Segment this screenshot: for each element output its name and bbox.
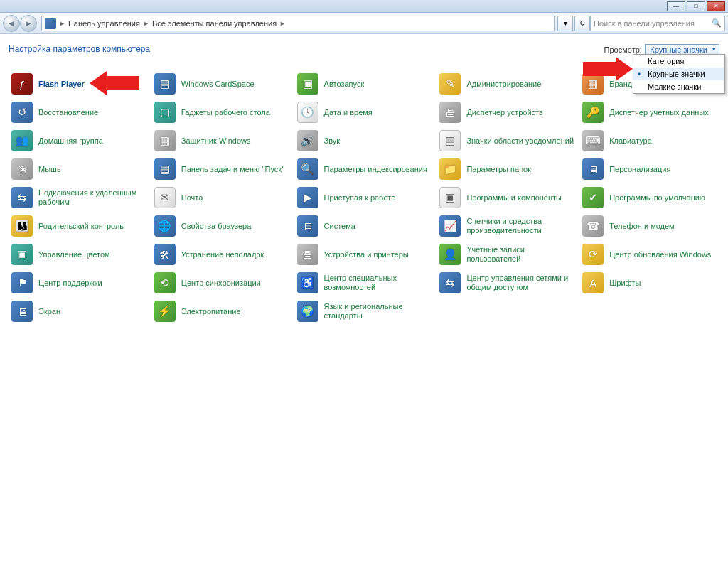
item-label: Параметры папок	[466, 165, 531, 174]
control-panel-item[interactable]: ⟲Центр синхронизации	[151, 269, 291, 297]
item-icon: 👪	[11, 215, 33, 237]
item-icon: ⚑	[11, 272, 33, 293]
control-panel-item[interactable]: 🖥Система	[294, 212, 434, 240]
control-panel-item[interactable]: 🌐Свойства браузера	[151, 212, 291, 240]
control-panel-item[interactable]: 🔑Диспетчер учетных данных	[579, 98, 719, 126]
item-icon: 🔍	[297, 158, 318, 180]
item-icon: ▤	[154, 73, 176, 95]
item-icon: ⇆	[439, 272, 461, 293]
control-panel-grid: ƒFlash Player▤Windows CardSpace▣Автозапу…	[9, 70, 719, 325]
control-panel-item[interactable]: ↺Восстановление	[9, 98, 149, 126]
annotation-arrow-left	[90, 71, 139, 95]
address-dropdown-button[interactable]: ▾	[557, 16, 573, 31]
breadcrumb-control-panel[interactable]: Панель управления	[68, 19, 140, 28]
item-icon: A	[582, 272, 604, 293]
annotation-arrow-right	[583, 57, 633, 81]
control-panel-item[interactable]: 🖶Диспетчер устройств	[437, 98, 577, 126]
item-icon: ♿	[297, 272, 318, 293]
item-label: Диспетчер устройств	[466, 108, 543, 117]
item-label: Подключения к удаленным рабочим	[38, 188, 146, 206]
page-title: Настройка параметров компьютера	[9, 44, 150, 54]
item-label: Устранение неполадок	[181, 250, 264, 259]
breadcrumb-separator: ►	[143, 20, 149, 27]
control-panel-item[interactable]: 🖥Персонализация	[579, 155, 719, 183]
control-panel-item[interactable]: 🔊Звук	[294, 126, 434, 155]
item-label: Шрифты	[609, 279, 641, 288]
window-titlebar: — □ ✕	[0, 0, 728, 13]
search-icon: 🔍	[712, 18, 722, 28]
breadcrumb-all-items[interactable]: Все элементы панели управления	[152, 19, 277, 28]
item-icon: 🖥	[297, 215, 318, 237]
control-panel-item[interactable]: 📈Счетчики и средства производительности	[437, 212, 577, 240]
control-panel-item[interactable]: 🖱Мышь	[9, 155, 149, 183]
item-icon: 🕓	[297, 102, 318, 123]
control-panel-item[interactable]: ⚡Электропитание	[151, 297, 291, 325]
control-panel-item[interactable]: ☎Телефон и модем	[579, 212, 719, 240]
control-panel-item[interactable]: ⌨Клавиатура	[579, 126, 719, 155]
control-panel-item[interactable]: ✎Администрирование	[437, 70, 577, 98]
forward-button[interactable]: ►	[20, 15, 37, 32]
item-label: Счетчики и средства производительности	[466, 217, 574, 235]
item-label: Администрирование	[466, 80, 541, 89]
control-panel-item[interactable]: ▣Автозапуск	[294, 70, 434, 98]
view-option-category[interactable]: Категория	[633, 55, 724, 68]
item-label: Телефон и модем	[609, 222, 674, 231]
item-label: Защитник Windows	[181, 136, 251, 146]
item-icon: 🔑	[582, 102, 604, 123]
control-panel-item[interactable]: ▶Приступая к работе	[294, 183, 434, 212]
control-panel-item[interactable]: 🛠Устранение неполадок	[151, 240, 291, 269]
item-icon: ▤	[154, 158, 176, 180]
control-panel-item[interactable]: 🔍Параметры индексирования	[294, 155, 434, 183]
maximize-button[interactable]: □	[687, 1, 705, 11]
item-icon: 🌍	[297, 301, 318, 322]
item-label: Устройства и принтеры	[324, 250, 409, 259]
control-panel-item[interactable]: AШрифты	[579, 269, 719, 297]
item-icon: 🖱	[11, 158, 33, 180]
close-button[interactable]: ✕	[707, 1, 725, 11]
minimize-button[interactable]: —	[667, 1, 685, 11]
control-panel-item[interactable]: 🖶Устройства и принтеры	[294, 240, 434, 269]
control-panel-item[interactable]: ▤Значки области уведомлений	[437, 126, 577, 155]
control-panel-icon	[45, 18, 56, 29]
breadcrumb-separator: ►	[279, 20, 286, 27]
control-panel-item[interactable]: 🖥Экран	[9, 297, 149, 325]
control-panel-item[interactable]: ▦Защитник Windows	[151, 126, 291, 155]
item-icon: ✎	[439, 73, 461, 95]
control-panel-item[interactable]: ▣Программы и компоненты	[437, 183, 577, 212]
control-panel-item[interactable]: ▣Управление цветом	[9, 240, 149, 269]
control-panel-item[interactable]: ♿Центр специальных возможностей	[294, 269, 434, 297]
control-panel-item[interactable]: ⟳Центр обновления Windows	[579, 240, 719, 269]
control-panel-item[interactable]: 🌍Язык и региональные стандарты	[294, 297, 434, 325]
item-icon: 🖥	[582, 158, 604, 180]
control-panel-item[interactable]: 🕓Дата и время	[294, 98, 434, 126]
search-input[interactable]: Поиск в панели управления 🔍	[590, 16, 725, 31]
item-label: Система	[324, 222, 355, 231]
control-panel-item[interactable]: 👪Родительский контроль	[9, 212, 149, 240]
control-panel-item[interactable]: ▤Windows CardSpace	[151, 70, 291, 98]
control-panel-item[interactable]: ▢Гаджеты рабочего стола	[151, 98, 291, 126]
control-panel-item[interactable]: ⇆Подключения к удаленным рабочим	[9, 183, 149, 212]
control-panel-item[interactable]: ✔Программы по умолчанию	[579, 183, 719, 212]
control-panel-item[interactable]: 👤Учетные записи пользователей	[437, 240, 577, 269]
view-option-large-icons[interactable]: Крупные значки	[633, 68, 724, 80]
address-bar[interactable]: ► Панель управления ► Все элементы панел…	[41, 16, 555, 31]
control-panel-item[interactable]: ▤Панель задач и меню ''Пуск''	[151, 155, 291, 183]
control-panel-item[interactable]: 📁Параметры папок	[437, 155, 577, 183]
view-option-small-icons[interactable]: Мелкие значки	[633, 80, 724, 93]
control-panel-item[interactable]: 👥Домашняя группа	[9, 126, 149, 155]
item-label: Программы по умолчанию	[609, 193, 705, 203]
control-panel-item[interactable]: ⚑Центр поддержки	[9, 269, 149, 297]
back-button[interactable]: ◄	[3, 15, 20, 32]
item-icon: ▣	[439, 187, 461, 208]
control-panel-item[interactable]: ✉Почта	[151, 183, 291, 212]
item-label: Параметры индексирования	[324, 165, 427, 174]
item-label: Электропитание	[181, 307, 241, 316]
breadcrumb-separator: ►	[59, 20, 65, 27]
item-label: Экран	[38, 307, 60, 316]
item-label: Автозапуск	[324, 80, 365, 89]
refresh-button[interactable]: ↻	[574, 16, 590, 31]
item-label: Панель задач и меню ''Пуск''	[181, 165, 285, 174]
item-icon: 🖶	[439, 102, 461, 123]
control-panel-item[interactable]: ⇆Центр управления сетями и общим доступо…	[437, 269, 577, 297]
item-label: Значки области уведомлений	[466, 136, 574, 146]
